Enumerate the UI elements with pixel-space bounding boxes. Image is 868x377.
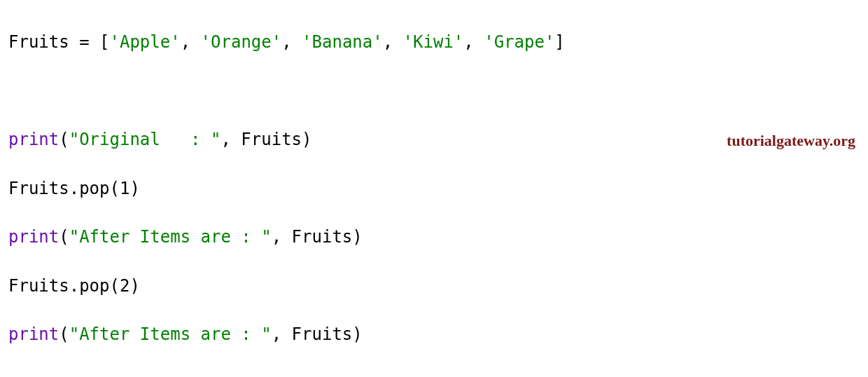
token-paren: ( <box>59 324 69 344</box>
token-string: "Original : " <box>69 130 221 149</box>
token-method: pop <box>79 276 109 296</box>
token-builtin: print <box>8 130 59 149</box>
token-operator: = <box>69 32 99 52</box>
token-comma: , <box>272 227 292 247</box>
token-builtin: print <box>8 324 59 344</box>
code-line-blank <box>8 78 860 103</box>
token-paren: ( <box>110 276 120 296</box>
token-paren: ) <box>352 227 362 247</box>
token-string: 'Apple' <box>110 32 181 52</box>
token-variable: Fruits <box>8 276 69 296</box>
watermark: tutorialgateway.org <box>727 132 855 150</box>
token-comma: , <box>281 32 302 52</box>
code-line: print("After Items are : ", Fruits) <box>8 225 860 249</box>
token-comma: , <box>181 32 201 52</box>
token-string: "After Items are : " <box>69 324 272 344</box>
token-paren: ( <box>59 130 69 149</box>
token-paren: ( <box>59 227 69 247</box>
token-dot: . <box>69 276 79 296</box>
token-number: 2 <box>120 276 130 296</box>
token-paren: ( <box>110 179 120 198</box>
token-variable: Fruits <box>292 324 353 344</box>
token-paren: ) <box>352 324 362 344</box>
token-comma: , <box>220 130 241 149</box>
token-variable: Fruits <box>8 32 69 52</box>
token-variable: Fruits <box>8 179 69 198</box>
token-variable: Fruits <box>241 130 302 149</box>
token-paren: ) <box>302 130 312 149</box>
token-paren: ) <box>130 179 139 198</box>
token-variable: Fruits <box>292 227 353 247</box>
code-editor[interactable]: Fruits = ['Apple', 'Orange', 'Banana', '… <box>0 0 868 377</box>
token-builtin: print <box>8 227 59 247</box>
token-dot: . <box>69 179 79 198</box>
token-comma: , <box>383 32 403 52</box>
code-line: print("After Items are : ", Fruits) <box>8 322 860 347</box>
token-bracket: [ <box>99 32 109 52</box>
token-string: 'Orange' <box>201 32 282 52</box>
token-number: 1 <box>120 179 130 198</box>
token-string: "After Items are : " <box>69 227 272 247</box>
code-line: Fruits.pop(2) <box>8 274 860 299</box>
token-paren: ) <box>130 276 139 296</box>
token-string: 'Banana' <box>302 32 383 52</box>
token-method: pop <box>79 179 109 198</box>
code-line: Fruits.pop(1) <box>8 177 860 201</box>
token-string: 'Kiwi' <box>403 32 464 52</box>
code-line: Fruits = ['Apple', 'Orange', 'Banana', '… <box>8 30 860 55</box>
token-comma: , <box>272 324 292 344</box>
token-comma: , <box>463 32 484 52</box>
token-bracket: ] <box>554 32 564 52</box>
token-string: 'Grape' <box>484 32 554 52</box>
